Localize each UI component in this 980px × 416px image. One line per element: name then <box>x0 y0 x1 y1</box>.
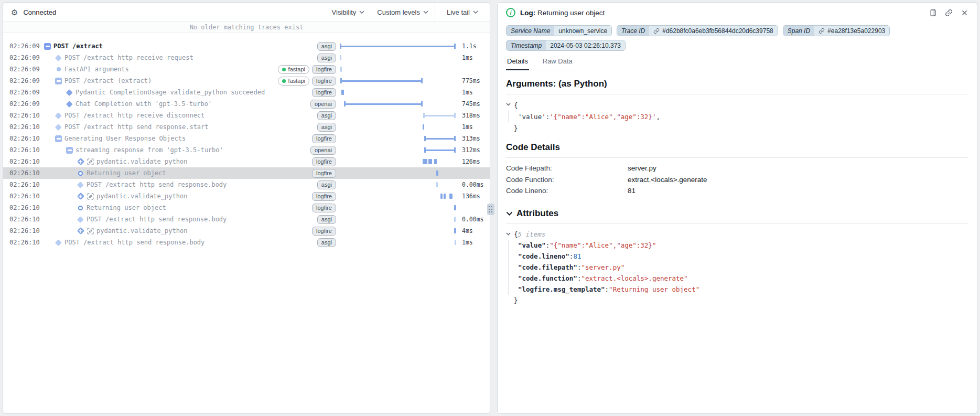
tag-pill-asgi[interactable]: asgi <box>317 123 336 132</box>
gear-icon[interactable]: ⚙ <box>11 8 18 16</box>
trace-row[interactable]: 02:26:10pydantic.validate_pythonlogfire1… <box>3 156 490 167</box>
tag-label: logfire <box>316 158 332 165</box>
code-line-open[interactable]: { 5 items <box>506 229 968 240</box>
code-token: } <box>514 296 518 304</box>
tag-label: asgi <box>321 43 332 49</box>
tag-pill-fastapi[interactable]: fastapi <box>278 77 309 86</box>
trace-span: Returning user object <box>77 204 312 211</box>
code-token: 5 items <box>518 230 546 238</box>
trace-row[interactable]: 02:26:09Chat Completion with 'gpt-3.5-tu… <box>3 98 490 110</box>
badge-label: Span ID <box>783 26 814 36</box>
custom-levels-dropdown[interactable]: Custom levels <box>371 8 435 16</box>
duration-track <box>340 40 457 52</box>
tag-pill-openai[interactable]: openai <box>310 100 336 109</box>
grouped-span-icon <box>77 228 84 234</box>
code-line: 'value': '{"name":"Alice","age":32}', <box>518 111 968 122</box>
code-line-close: } <box>506 122 968 134</box>
minus-glyph <box>57 138 61 140</box>
minus-glyph <box>68 150 72 151</box>
tab-details[interactable]: Details <box>506 57 529 70</box>
trace-timestamp: 02:26:09 <box>3 100 44 108</box>
info-log-ring-icon <box>77 205 84 211</box>
badge-row: Service Nameunknown_serviceTrace ID#d62b… <box>506 25 968 36</box>
tag-label: asgi <box>321 112 332 119</box>
tag-pill-asgi[interactable]: asgi <box>317 238 336 247</box>
trace-row[interactable]: 02:26:09FastAPI argumentsfastapilogfire <box>3 63 490 75</box>
code-body: "value": "{"name":"Alice","age":32}""cod… <box>508 240 968 295</box>
trace-tags: fastapilogfire <box>278 77 336 86</box>
tag-pill-logfire[interactable]: logfire <box>312 204 336 212</box>
trace-row[interactable]: 02:26:10Returning user objectlogfire <box>3 167 490 179</box>
code-detail-row: Code Function:extract.<locals>.generate <box>506 174 968 186</box>
trace-tags: openai <box>310 146 336 155</box>
chevron-down-icon <box>423 10 428 14</box>
live-tail-dropdown[interactable]: Live tail <box>440 8 484 16</box>
trace-row[interactable]: 02:26:10POST /extract http receive disco… <box>3 110 490 121</box>
trace-row[interactable]: 02:26:10pydantic.validate_pythonlogfire1… <box>3 190 490 202</box>
tag-pill-asgi[interactable]: asgi <box>317 42 336 51</box>
duration-bar <box>341 90 344 95</box>
code-detail-label: Code Lineno: <box>506 185 628 197</box>
tag-pill-logfire[interactable]: logfire <box>312 77 336 86</box>
code-token: "value" <box>518 241 546 249</box>
trace-span-name: pydantic.validate_python <box>96 193 187 200</box>
tag-pill-logfire[interactable]: logfire <box>312 88 336 97</box>
badge-value-text: 2024-05-03 02:26:10.373 <box>550 42 621 49</box>
trace-row[interactable]: 02:26:10POST /extract http send response… <box>3 237 490 248</box>
badge-span-id[interactable]: Span ID#ea28f13e5a022903 <box>783 25 890 36</box>
tag-pill-asgi[interactable]: asgi <box>317 111 336 120</box>
trace-row[interactable]: 02:26:10Returning user objectlogfire <box>3 202 490 214</box>
code-token: "code.function" <box>518 274 577 282</box>
link-icon <box>819 28 825 34</box>
tab-raw-data[interactable]: Raw Data <box>542 57 574 70</box>
trace-row[interactable]: 02:26:09POST /extract http receive reque… <box>3 52 490 63</box>
badge-timestamp[interactable]: Timestamp2024-05-03 02:26:10.373 <box>506 40 626 51</box>
trace-row[interactable]: 02:26:09POST /extract (extract)fastapilo… <box>3 75 490 87</box>
tag-pill-logfire[interactable]: logfire <box>312 169 336 178</box>
trace-row[interactable]: 02:26:10pydantic.validate_pythonlogfire4… <box>3 225 490 237</box>
tag-pill-asgi[interactable]: asgi <box>317 180 336 189</box>
tag-pill-logfire[interactable]: logfire <box>312 157 336 166</box>
trace-span-name: POST /extract (extract) <box>64 77 152 84</box>
tag-pill-asgi[interactable]: asgi <box>317 215 336 224</box>
trace-row[interactable]: 02:26:10POST /extract http send response… <box>3 179 490 190</box>
trace-row[interactable]: 02:26:10POST /extract http send response… <box>3 121 490 133</box>
trace-row[interactable]: 02:26:10Generating User Response Objects… <box>3 133 490 144</box>
attributes-heading[interactable]: Attributes <box>506 208 968 219</box>
panel-resize-handle[interactable] <box>487 204 494 215</box>
duration-track <box>340 121 457 133</box>
duration-track <box>340 202 457 214</box>
trace-tags: asgi <box>317 111 336 120</box>
trace-timestamp: 02:26:10 <box>3 216 44 223</box>
tag-pill-logfire[interactable]: logfire <box>312 227 336 236</box>
trace-timestamp: 02:26:10 <box>3 239 44 246</box>
side-panel-icon[interactable] <box>929 9 937 17</box>
trace-row[interactable]: 02:26:10POST /extract http send response… <box>3 214 490 225</box>
code-details-list: Code Filepath:server.pyCode Function:ext… <box>498 163 977 197</box>
badge-trace-id[interactable]: Trace ID#d62b8fc0a6eb3fb56844dc20d6c3975… <box>617 25 778 36</box>
trace-row[interactable]: 02:26:09Pydantic CompletionUsage validat… <box>3 87 490 98</box>
trace-row[interactable]: 02:26:09POST /extractasgi1.1s <box>3 40 490 52</box>
collapse-group-icon <box>87 228 94 234</box>
link-icon[interactable] <box>945 9 953 17</box>
badge-service-name[interactable]: Service Nameunknown_service <box>506 25 612 36</box>
log-title: Log: Returning user object <box>520 9 605 17</box>
tag-pill-logfire[interactable]: logfire <box>312 65 336 74</box>
log-detail-panel: i Log: Returning user object Service Nam… <box>497 2 977 414</box>
metadata-badges: Service Nameunknown_serviceTrace ID#d62b… <box>498 23 977 51</box>
visibility-dropdown[interactable]: Visibility <box>326 8 371 16</box>
tag-pill-logfire[interactable]: logfire <box>312 192 336 201</box>
code-line-close: } <box>506 295 968 306</box>
duration-bar <box>423 159 427 164</box>
tag-pill-logfire[interactable]: logfire <box>312 134 336 143</box>
trace-row[interactable]: 02:26:10streaming response from 'gpt-3.5… <box>3 144 490 156</box>
tag-pill-fastapi[interactable]: fastapi <box>278 65 309 74</box>
tag-pill-asgi[interactable]: asgi <box>317 54 336 62</box>
trace-rows-container: 02:26:09POST /extractasgi1.1s02:26:09POS… <box>3 33 490 248</box>
code-line-open[interactable]: { <box>506 99 968 111</box>
trace-tags: logfire <box>312 204 336 212</box>
tag-pill-openai[interactable]: openai <box>310 146 336 155</box>
duration-label: 136ms <box>457 193 490 200</box>
close-icon[interactable] <box>961 9 968 17</box>
duration-track <box>340 133 457 144</box>
